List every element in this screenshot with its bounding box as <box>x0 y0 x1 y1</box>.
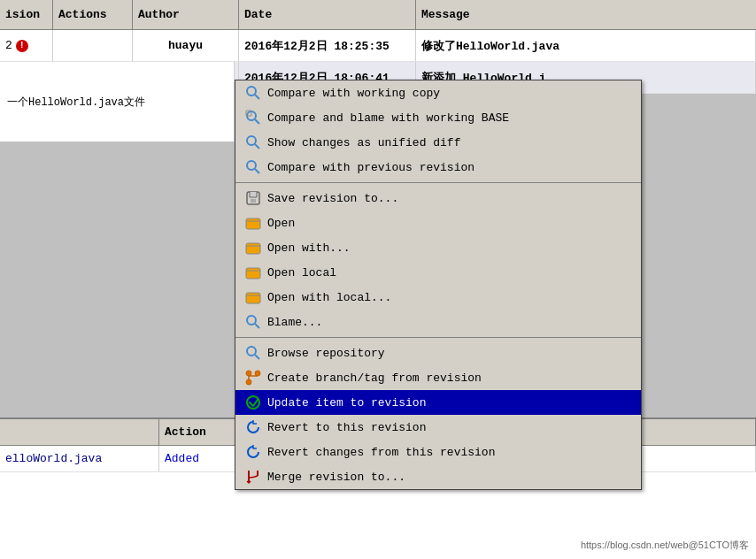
svg-rect-14 <box>246 293 260 303</box>
svg-point-21 <box>246 379 251 385</box>
svg-point-17 <box>247 347 256 356</box>
bottom-cell-path: elloWorld.java <box>0 446 159 471</box>
branch-icon <box>244 369 262 387</box>
menu-item-update-item[interactable]: Update item to revision <box>235 390 641 415</box>
menu-item-browse-repo[interactable]: Browse repository <box>235 341 641 365</box>
col-header-message: Message <box>416 0 756 29</box>
svg-line-1 <box>255 95 259 99</box>
svg-line-16 <box>255 324 259 328</box>
revert-icon <box>244 418 262 436</box>
menu-item-open-with-local[interactable]: Open with local... <box>235 285 641 310</box>
svg-point-20 <box>255 371 260 376</box>
menu-item-revert-changes[interactable]: Revert changes from this revision <box>235 440 641 464</box>
svg-line-6 <box>255 144 259 149</box>
menu-label-open-with-local: Open with local... <box>267 291 391 304</box>
search-blame-icon <box>244 109 262 126</box>
merge-icon <box>244 468 262 486</box>
save-icon <box>244 189 262 207</box>
search-icon <box>244 158 262 176</box>
menu-item-compare-working[interactable]: Compare with working copy <box>235 80 641 105</box>
menu-label-open-local: Open local <box>267 266 336 280</box>
menu-label-save-revision: Save revision to... <box>267 192 398 205</box>
left-info-panel: 一个HelloWorld.java文件 <box>0 62 235 142</box>
menu-label-compare-blame: Compare and blame with working BASE <box>267 111 509 125</box>
svg-rect-10 <box>251 199 256 203</box>
col-header-revision: ision <box>0 0 53 29</box>
table-header: ision Actions Author Date Message <box>0 0 756 30</box>
bottom-cell-action: Added <box>159 446 239 471</box>
svg-point-15 <box>247 316 256 325</box>
menu-item-blame[interactable]: Blame... <box>235 310 641 334</box>
open-icon <box>244 264 262 281</box>
svg-line-18 <box>255 355 259 359</box>
menu-item-compare-blame[interactable]: Compare and blame with working BASE <box>235 105 641 130</box>
menu-label-merge-revision: Merge revision to... <box>267 471 405 484</box>
menu-item-compare-previous[interactable]: Compare with previous revision <box>235 155 641 180</box>
menu-label-open-with: Open with... <box>267 241 351 255</box>
menu-label-compare-previous: Compare with previous revision <box>267 161 474 174</box>
menu-label-revert-revision: Revert to this revision <box>267 421 426 434</box>
menu-label-show-unified: Show changes as unified diff <box>267 136 460 149</box>
menu-item-create-branch[interactable]: Create branch/tag from revision <box>235 365 641 390</box>
col-header-author: Author <box>133 0 239 29</box>
menu-item-open-local[interactable]: Open local <box>235 260 641 285</box>
svg-rect-13 <box>246 268 260 279</box>
open-icon <box>244 214 262 232</box>
menu-item-revert-revision[interactable]: Revert to this revision <box>235 415 641 440</box>
cell-author-1: huayu <box>133 30 239 61</box>
svg-line-8 <box>255 169 259 173</box>
menu-label-blame: Blame... <box>267 316 322 329</box>
open-icon <box>244 288 262 306</box>
browse-icon <box>244 344 262 362</box>
svg-rect-12 <box>246 243 260 254</box>
cell-date-1: 2016年12月2日 18:25:35 <box>239 30 416 61</box>
svg-point-7 <box>247 161 256 170</box>
revert2-icon <box>244 443 262 461</box>
bottom-col-path <box>0 419 159 445</box>
context-menu: Compare with working copyCompare and bla… <box>235 80 642 490</box>
col-header-date: Date <box>239 0 416 29</box>
menu-label-browse-repo: Browse repository <box>267 347 385 360</box>
watermark: https://blog.csdn.net/web@51CTO博客 <box>581 539 749 552</box>
svg-point-0 <box>247 87 256 96</box>
svg-point-19 <box>246 371 251 376</box>
menu-label-update-item: Update item to revision <box>267 396 426 410</box>
update-icon <box>244 394 262 411</box>
search-icon <box>244 134 262 151</box>
svg-point-5 <box>247 136 256 145</box>
menu-label-open: Open <box>267 217 295 230</box>
cell-actions-1 <box>53 30 133 61</box>
table-row[interactable]: 2 ! huayu 2016年12月2日 18:25:35 修改了HelloWo… <box>0 30 756 62</box>
menu-item-save-revision[interactable]: Save revision to... <box>235 186 641 211</box>
svg-line-3 <box>255 119 259 124</box>
cell-revision-1: 2 ! <box>0 30 53 61</box>
search-icon <box>244 84 262 102</box>
menu-label-revert-changes: Revert changes from this revision <box>267 446 495 459</box>
menu-item-merge-revision[interactable]: Merge revision to... <box>235 464 641 489</box>
menu-separator <box>235 337 641 338</box>
menu-item-open-with[interactable]: Open with... <box>235 235 641 260</box>
col-header-actions: Actions <box>53 0 133 29</box>
menu-item-show-unified[interactable]: Show changes as unified diff <box>235 130 641 155</box>
menu-label-create-branch: Create branch/tag from revision <box>267 371 482 385</box>
menu-item-open[interactable]: Open <box>235 211 641 235</box>
bottom-col-action: Action <box>159 419 239 445</box>
blame-icon <box>244 313 262 331</box>
menu-separator <box>235 182 641 183</box>
open-icon <box>244 239 262 257</box>
svg-rect-11 <box>246 218 260 229</box>
cell-message-1: 修改了HelloWorld.java <box>416 30 756 61</box>
error-icon: ! <box>16 40 28 52</box>
menu-label-compare-working: Compare with working copy <box>267 87 440 100</box>
